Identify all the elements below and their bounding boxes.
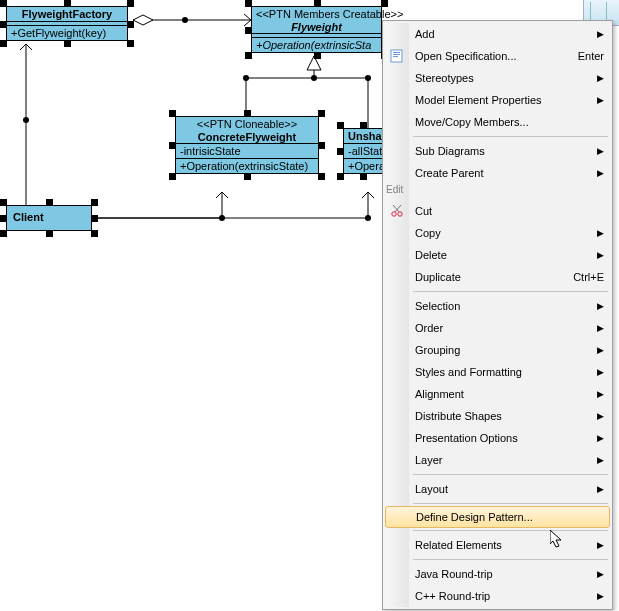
submenu-arrow-icon: ▶ [597, 591, 604, 601]
menu-cpp-round-trip[interactable]: C++ Round-trip▶ [385, 585, 610, 607]
menu-grouping[interactable]: Grouping▶ [385, 339, 610, 361]
menu-create-parent[interactable]: Create Parent▶ [385, 162, 610, 184]
class-client[interactable]: Client [6, 205, 92, 231]
menu-separator [413, 136, 608, 137]
submenu-arrow-icon: ▶ [597, 301, 604, 311]
class-name: Client [7, 206, 91, 228]
submenu-arrow-icon: ▶ [597, 484, 604, 494]
svg-point-23 [392, 212, 396, 216]
menu-model-element-properties[interactable]: Model Element Properties▶ [385, 89, 610, 111]
class-name: ConcreteFlyweight [176, 131, 318, 143]
attribute: -intrisicState [176, 143, 318, 158]
submenu-arrow-icon: ▶ [597, 228, 604, 238]
class-concrete-flyweight[interactable]: <<PTN Cloneable>> ConcreteFlyweight -int… [175, 116, 319, 174]
scissors-icon [389, 203, 405, 219]
svg-point-18 [182, 17, 188, 23]
menu-sub-diagrams[interactable]: Sub Diagrams▶ [385, 140, 610, 162]
submenu-arrow-icon: ▶ [597, 250, 604, 260]
menu-selection[interactable]: Selection▶ [385, 295, 610, 317]
svg-rect-21 [393, 54, 400, 55]
svg-point-14 [243, 75, 249, 81]
submenu-arrow-icon: ▶ [597, 73, 604, 83]
svg-marker-1 [133, 15, 153, 25]
menu-separator [413, 559, 608, 560]
menu-stereotypes[interactable]: Stereotypes▶ [385, 67, 610, 89]
menu-styles-formatting[interactable]: Styles and Formatting▶ [385, 361, 610, 383]
svg-point-13 [365, 215, 371, 221]
svg-point-15 [311, 75, 317, 81]
shortcut: Enter [578, 50, 604, 62]
spec-icon [389, 48, 405, 64]
class-name: Unsha [344, 129, 382, 143]
menu-related-elements[interactable]: Related Elements▶ [385, 534, 610, 556]
operation: +Operation(extrinsicState) [176, 158, 318, 173]
submenu-arrow-icon: ▶ [597, 168, 604, 178]
menu-separator [413, 474, 608, 475]
menu-java-round-trip[interactable]: Java Round-trip▶ [385, 563, 610, 585]
menu-order[interactable]: Order▶ [385, 317, 610, 339]
svg-point-24 [398, 212, 402, 216]
class-flyweight[interactable]: <<PTN Members Creatable>> Flyweight +Ope… [251, 6, 382, 53]
menu-presentation-options[interactable]: Presentation Options▶ [385, 427, 610, 449]
svg-marker-27 [550, 530, 561, 547]
svg-marker-8 [307, 56, 321, 70]
menu-duplicate[interactable]: Duplicate Ctrl+E [385, 266, 610, 288]
svg-point-12 [219, 215, 225, 221]
menu-separator [413, 503, 608, 504]
stereotype: <<PTN Cloneable>> [176, 117, 318, 131]
shortcut: Ctrl+E [573, 271, 604, 283]
operation: +Opera [344, 158, 382, 173]
menu-cut[interactable]: Cut [385, 200, 610, 222]
stereotype: <<PTN Members Creatable>> [252, 7, 381, 21]
submenu-arrow-icon: ▶ [597, 95, 604, 105]
svg-point-16 [365, 75, 371, 81]
class-flyweight-factory[interactable]: FlyweightFactory +GetFlyweight(key) [6, 6, 128, 41]
menu-distribute-shapes[interactable]: Distribute Shapes▶ [385, 405, 610, 427]
attribute: -allState [344, 143, 382, 158]
menu-open-specification[interactable]: Open Specification... Enter [385, 45, 610, 67]
submenu-arrow-icon: ▶ [597, 569, 604, 579]
submenu-arrow-icon: ▶ [597, 433, 604, 443]
menu-define-design-pattern[interactable]: Define Design Pattern... [385, 506, 610, 528]
submenu-arrow-icon: ▶ [597, 146, 604, 156]
menu-alignment[interactable]: Alignment▶ [385, 383, 610, 405]
menu-separator [413, 291, 608, 292]
submenu-arrow-icon: ▶ [597, 29, 604, 39]
svg-rect-22 [393, 56, 398, 57]
submenu-arrow-icon: ▶ [597, 389, 604, 399]
class-name: FlyweightFactory [7, 7, 127, 21]
menu-group-edit: Edit [385, 186, 610, 198]
menu-layer[interactable]: Layer▶ [385, 449, 610, 471]
class-name: Flyweight [252, 21, 381, 33]
menu-copy[interactable]: Copy▶ [385, 222, 610, 244]
menu-separator [413, 530, 608, 531]
svg-point-17 [23, 117, 29, 123]
submenu-arrow-icon: ▶ [597, 455, 604, 465]
submenu-arrow-icon: ▶ [597, 540, 604, 550]
menu-delete[interactable]: Delete▶ [385, 244, 610, 266]
operation: +GetFlyweight(key) [7, 25, 127, 40]
svg-rect-20 [393, 52, 400, 53]
context-menu: Add▶ Open Specification... Enter Stereot… [382, 20, 613, 610]
menu-move-copy-members[interactable]: Move/Copy Members... [385, 111, 610, 133]
menu-add[interactable]: Add▶ [385, 23, 610, 45]
class-unshared[interactable]: Unsha -allState +Opera [343, 128, 383, 174]
menu-layout[interactable]: Layout▶ [385, 478, 610, 500]
submenu-arrow-icon: ▶ [597, 367, 604, 377]
operation: +Operation(extrinsicSta [252, 37, 381, 52]
submenu-arrow-icon: ▶ [597, 345, 604, 355]
cursor-icon [550, 530, 566, 550]
submenu-arrow-icon: ▶ [597, 323, 604, 333]
submenu-arrow-icon: ▶ [597, 411, 604, 421]
